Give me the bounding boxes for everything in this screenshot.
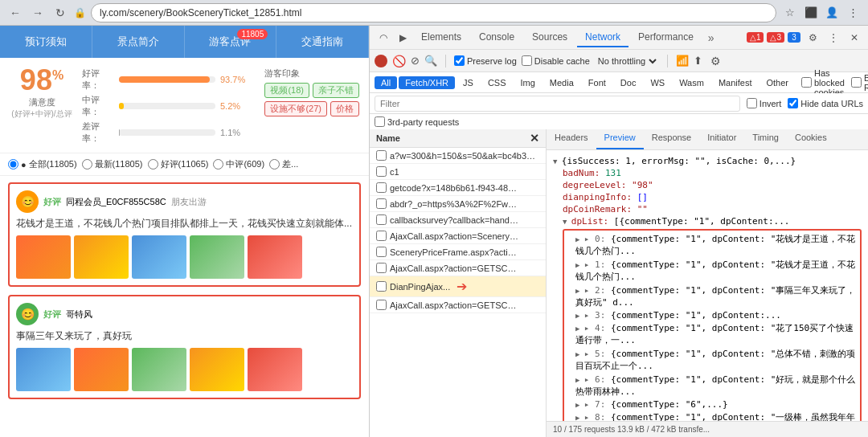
request-item-8[interactable]: AjaxCall.aspx?action=GETSCENERYLIST... — [370, 260, 546, 276]
ft-other[interactable]: Other — [760, 76, 795, 89]
close-devtools-icon[interactable]: ✕ — [845, 29, 863, 47]
review-img-1-5[interactable] — [248, 235, 302, 279]
detail-tab-preview[interactable]: Preview — [596, 129, 644, 149]
json-item-2[interactable]: ▸ 2: {commentType: "1", dpContent: "事隔三年… — [566, 284, 858, 309]
req-checkbox-4[interactable] — [376, 198, 387, 209]
extension-button[interactable]: ⬛ — [802, 4, 820, 22]
settings-icon[interactable]: ⚙ — [804, 29, 821, 47]
detail-tab-response[interactable]: Response — [644, 129, 700, 149]
json-item-4[interactable]: ▸ 4: {commentType: "1", dpContent: "花了15… — [566, 321, 858, 347]
has-blocked-cookies-checkbox[interactable] — [801, 77, 812, 88]
profile-button[interactable]: 👤 — [823, 4, 841, 22]
preserve-log-checkbox[interactable] — [454, 55, 465, 66]
json-item-8[interactable]: ▸ 8: {commentType: "1", dpContent: "一级棒，… — [566, 410, 858, 421]
disable-cache-label[interactable]: Disable cache — [522, 55, 590, 66]
throttle-select[interactable]: No throttling — [595, 55, 659, 67]
tag-family[interactable]: 亲子不错 — [313, 83, 359, 98]
tag-price[interactable]: 价格 — [330, 101, 359, 116]
request-item-7[interactable]: SceneryPriceFrame.aspx?action=GetSce... — [370, 244, 546, 260]
filter-all[interactable]: ● 全部(11805) — [8, 158, 77, 170]
ft-all[interactable]: All — [375, 76, 397, 89]
tag-video[interactable]: 视频(18) — [264, 83, 309, 98]
review-img-2-2[interactable] — [74, 348, 129, 391]
tab-console[interactable]: Console — [471, 28, 522, 47]
tab-more[interactable]: » — [703, 28, 719, 47]
tab-elements[interactable]: Elements — [413, 28, 469, 47]
close-request-list-button[interactable]: ✕ — [530, 132, 539, 145]
req-checkbox-1[interactable] — [376, 150, 387, 161]
back-button[interactable]: ← — [6, 4, 24, 22]
ft-media[interactable]: Media — [543, 76, 580, 89]
filter-latest[interactable]: 最新(11805) — [82, 158, 143, 170]
json-root[interactable]: {isSuccess: 1, errorMsg: "", isCache: 0,… — [553, 155, 862, 167]
json-dpcoinremark[interactable]: dpCoinRemark: "" — [553, 203, 862, 215]
ft-doc[interactable]: Doc — [614, 76, 643, 89]
review-img-1-3[interactable] — [132, 235, 186, 279]
filter-bad[interactable]: 差... — [269, 158, 298, 170]
clear-button[interactable]: 🚫 — [392, 55, 406, 67]
review-img-2-3[interactable] — [132, 348, 186, 391]
tab-sources[interactable]: Sources — [524, 28, 575, 47]
json-degreelevel[interactable]: degreeLevel: "98" — [553, 179, 862, 191]
tab-network[interactable]: Network — [577, 28, 628, 47]
third-party-checkbox[interactable] — [375, 116, 385, 127]
blocked-requests-checkbox[interactable] — [851, 77, 862, 88]
address-bar[interactable] — [91, 3, 776, 22]
json-item-6[interactable]: ▸ 6: {commentType: "1", dpContent: "好玩，就… — [566, 373, 858, 398]
filter-input[interactable] — [375, 96, 740, 112]
request-item-9[interactable]: DianPingAjax... ➔ — [370, 276, 546, 297]
json-item-5[interactable]: ▸ 5: {commentType: "1", dpContent: "总体不错… — [566, 347, 858, 373]
review-img-1-2[interactable] — [74, 235, 129, 279]
tab-intro[interactable]: 景点简介 — [92, 26, 185, 58]
req-checkbox-6[interactable] — [376, 231, 387, 241]
ft-ws[interactable]: WS — [644, 76, 671, 89]
ft-fetch-xhr[interactable]: Fetch/XHR — [399, 76, 455, 89]
req-checkbox-10[interactable] — [376, 300, 387, 310]
disable-cache-checkbox[interactable] — [522, 55, 532, 66]
request-item-3[interactable]: getcode?x=148b6b61-f943-4849-b9af-... — [370, 180, 546, 196]
json-item-0[interactable]: ▸ 0: {commentType: "1", dpContent: "花钱才是… — [566, 232, 858, 258]
filter-icon[interactable]: ⊘ — [411, 55, 420, 67]
tag-facilities[interactable]: 设施不够(27) — [264, 101, 327, 116]
json-item-1[interactable]: ▸ 1: {commentType: "1", dpContent: "花钱才是… — [566, 258, 858, 284]
forward-button[interactable]: → — [29, 4, 47, 22]
more-options-icon[interactable]: ⋮ — [825, 29, 842, 47]
preserve-log-label[interactable]: Preserve log — [454, 55, 517, 66]
json-badnum[interactable]: badNum: 131 — [553, 167, 862, 179]
record-button[interactable] — [375, 55, 387, 67]
ft-js[interactable]: JS — [457, 76, 480, 89]
star-button[interactable]: ☆ — [781, 4, 799, 22]
devtools-cursor-button[interactable]: ▶ — [394, 29, 411, 47]
tab-transport[interactable]: 交通指南 — [276, 26, 369, 58]
request-item-6[interactable]: AjaxCall.aspx?action=SceneryAreaMark... — [370, 228, 546, 244]
req-checkbox-8[interactable] — [376, 263, 387, 273]
ft-font[interactable]: Font — [582, 76, 612, 89]
ft-img[interactable]: Img — [514, 76, 542, 89]
detail-tab-headers[interactable]: Headers — [547, 129, 596, 149]
devtools-dock-button[interactable]: ◠ — [375, 29, 392, 47]
request-item-4[interactable]: abdr?_o=https%3A%2F%2Fwww.ly.com — [370, 196, 546, 212]
detail-tab-initiator[interactable]: Initiator — [699, 129, 744, 149]
review-img-2-5[interactable] — [248, 348, 302, 391]
invert-label[interactable]: Invert — [747, 98, 782, 108]
hide-data-label[interactable]: Hide data URLs — [788, 98, 863, 108]
tab-booking[interactable]: 预订须知 — [0, 26, 92, 58]
blocked-requests-label[interactable]: Blocked Requests — [851, 73, 868, 92]
req-checkbox-9[interactable] — [376, 281, 387, 292]
ft-css[interactable]: CSS — [481, 76, 513, 89]
json-item-3[interactable]: ▸ 3: {commentType: "1", dpContent:... — [566, 309, 858, 321]
ft-wasm[interactable]: Wasm — [673, 76, 710, 89]
filter-mid[interactable]: 中评(609) — [213, 158, 264, 170]
json-item-7[interactable]: ▸ 7: {commentType: "6",...} — [566, 398, 858, 410]
review-img-2-4[interactable] — [190, 348, 244, 391]
invert-checkbox[interactable] — [747, 98, 757, 108]
menu-button[interactable]: ⋮ — [844, 4, 862, 22]
tab-reviews[interactable]: 游客点评 11805 — [185, 26, 277, 58]
tab-performance[interactable]: Performance — [630, 28, 702, 47]
filter-good[interactable]: 好评(11065) — [148, 158, 209, 170]
third-party-label[interactable]: 3rd-party requests — [375, 116, 459, 127]
req-checkbox-3[interactable] — [376, 182, 387, 193]
review-img-2-1[interactable] — [16, 348, 71, 391]
request-item-1[interactable]: a?w=300&h=150&s=50&ak=bc4b3ca6... — [370, 148, 546, 164]
req-checkbox-2[interactable] — [376, 166, 387, 177]
